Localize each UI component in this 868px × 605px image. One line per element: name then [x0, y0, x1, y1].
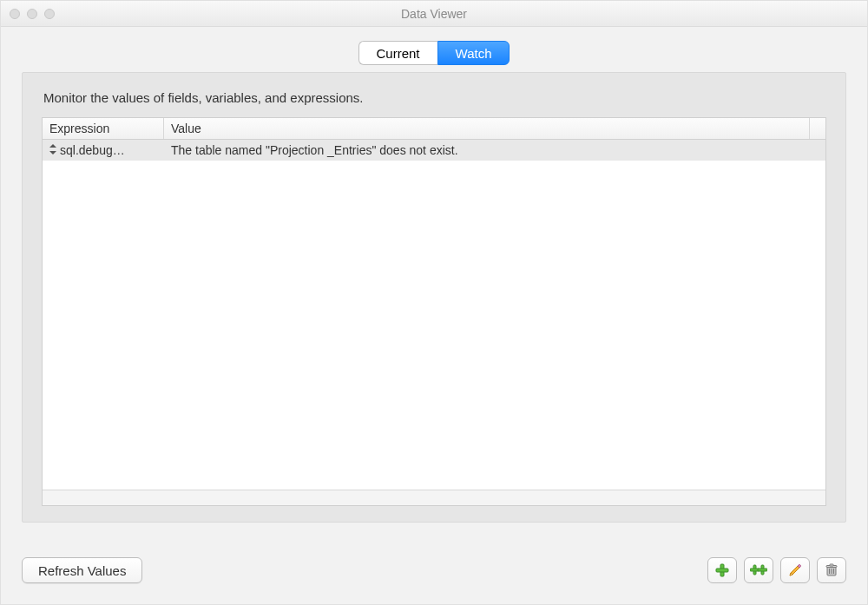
- add-button[interactable]: [707, 557, 737, 583]
- close-window-button[interactable]: [10, 9, 20, 19]
- delete-button[interactable]: [817, 557, 846, 583]
- data-viewer-window: Data Viewer Current Watch Monitor the va…: [0, 0, 868, 605]
- window-title: Data Viewer: [1, 7, 867, 21]
- cell-expression: sql.debug…: [43, 143, 164, 157]
- svg-rect-1: [716, 569, 728, 572]
- table-header: Expression Value: [43, 118, 825, 140]
- zoom-window-button[interactable]: [44, 9, 55, 19]
- pencil-icon: [788, 563, 802, 577]
- edit-button[interactable]: [780, 557, 810, 583]
- minimize-window-button[interactable]: [27, 9, 37, 19]
- svg-rect-8: [830, 564, 833, 566]
- svg-rect-5: [758, 569, 767, 571]
- expression-text: sql.debug…: [60, 143, 125, 157]
- plus-multiple-icon: [750, 563, 767, 577]
- column-header-expression[interactable]: Expression: [43, 118, 164, 139]
- refresh-values-button[interactable]: Refresh Values: [22, 557, 142, 583]
- column-header-spacer: [810, 118, 825, 139]
- cell-value: The table named "Projection _Entries" do…: [164, 143, 825, 157]
- add-multiple-button[interactable]: [744, 557, 773, 583]
- watch-panel: Monitor the values of fields, variables,…: [22, 72, 846, 523]
- tab-current[interactable]: Current: [358, 41, 437, 65]
- title-bar: Data Viewer: [1, 1, 867, 27]
- tab-watch[interactable]: Watch: [437, 41, 510, 65]
- watch-table: Expression Value sql.debug… The table na…: [42, 117, 826, 506]
- instruction-text: Monitor the values of fields, variables,…: [43, 90, 826, 105]
- footer-bar: Refresh Values: [1, 543, 867, 604]
- trash-icon: [825, 563, 838, 577]
- window-controls: [10, 9, 55, 19]
- plus-icon: [715, 563, 729, 577]
- mode-tabs: Current Watch: [1, 27, 867, 72]
- column-header-value[interactable]: Value: [164, 118, 810, 139]
- sort-indicator-icon: [49, 144, 56, 156]
- table-body: sql.debug… The table named "Projection _…: [43, 140, 825, 490]
- toolbar-icons: [707, 557, 846, 583]
- table-row[interactable]: sql.debug… The table named "Projection _…: [43, 140, 825, 161]
- horizontal-scrollbar[interactable]: [43, 490, 825, 505]
